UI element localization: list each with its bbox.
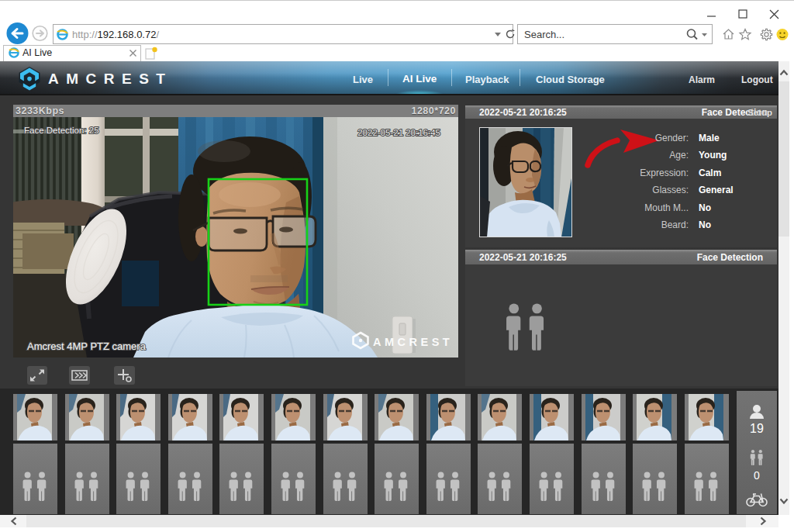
svg-text:2022-05-21 20:16:45: 2022-05-21 20:16:45: [357, 128, 440, 137]
svg-text:Amcrest 4MP PTZ camera: Amcrest 4MP PTZ camera: [27, 340, 147, 352]
svg-text:AMCREST: AMCREST: [373, 336, 453, 348]
svg-text:Face Detection: 25: Face Detection: 25: [24, 126, 99, 135]
